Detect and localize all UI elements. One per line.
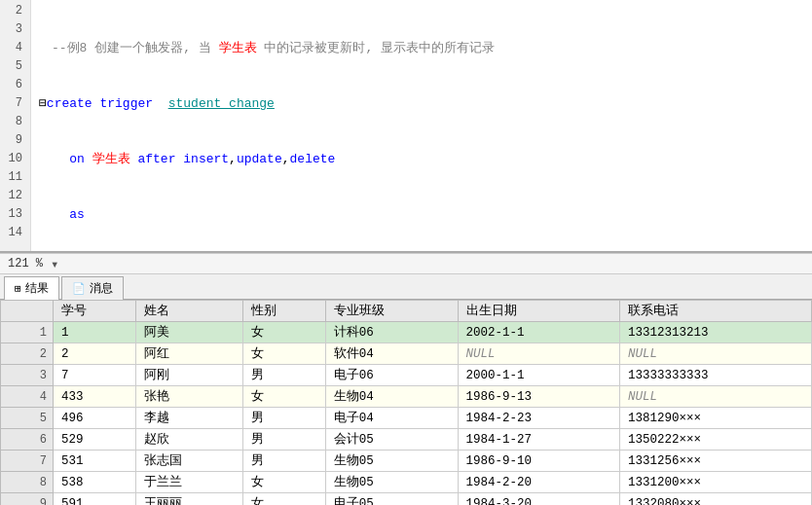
- row-number: 2: [1, 343, 54, 365]
- tab-results[interactable]: ⊞ 结果: [4, 276, 59, 300]
- table-row: 22阿红女软件04NULLNULL: [1, 343, 812, 365]
- table-cell: 591: [53, 493, 135, 506]
- table-cell: 女: [242, 322, 325, 343]
- code-line-5: as: [39, 205, 804, 224]
- col-header-name: 姓名: [135, 301, 242, 322]
- null-value: NULL: [466, 347, 496, 361]
- table-cell: 阿美: [135, 322, 242, 343]
- table-cell: 男: [242, 365, 325, 386]
- zoom-level: 121 %: [8, 257, 43, 271]
- table-cell: 张志国: [135, 451, 242, 472]
- table-cell: 张艳: [135, 386, 242, 408]
- table-cell: 女: [242, 386, 325, 408]
- tab-messages-label: 消息: [90, 280, 113, 297]
- table-cell: NULL: [619, 386, 811, 408]
- table-cell: 电子04: [325, 408, 458, 429]
- table-cell: 1984-3-20: [458, 493, 619, 506]
- table-cell: 电子05: [325, 493, 458, 506]
- table-cell: 男: [242, 451, 325, 472]
- table-cell: 阿红: [135, 343, 242, 365]
- table-cell: 2: [53, 343, 135, 365]
- table-row: 4433张艳女生物041986-9-13NULL: [1, 386, 812, 408]
- table-cell: 女: [242, 472, 325, 493]
- table-cell: 生物05: [325, 472, 458, 493]
- table-cell: 1986-9-10: [458, 451, 619, 472]
- table-cell: 13312313213: [619, 322, 811, 343]
- table-cell: 李越: [135, 408, 242, 429]
- row-number: 6: [1, 429, 54, 451]
- table-cell: 1984-1-27: [458, 429, 619, 451]
- table-cell: 阿刚: [135, 365, 242, 386]
- table-cell: 计科06: [325, 322, 458, 343]
- col-header-class: 专业班级: [325, 301, 458, 322]
- table-cell: 538: [53, 472, 135, 493]
- row-number: 3: [1, 365, 54, 386]
- zoom-down-icon[interactable]: ▾: [51, 256, 58, 272]
- table-cell: 2002-1-1: [458, 322, 619, 343]
- table-cell: 7: [53, 365, 135, 386]
- table-body: 11阿美女计科062002-1-11331231321322阿红女软件04NUL…: [1, 322, 812, 506]
- table-icon: ⊞: [15, 282, 21, 295]
- table-cell: 赵欣: [135, 429, 242, 451]
- table-cell: NULL: [619, 343, 811, 365]
- table-cell: 女: [242, 343, 325, 365]
- table-row: 7531张志国男生物051986-9-101331256×××: [1, 451, 812, 472]
- null-value: NULL: [628, 390, 657, 404]
- table-cell: 电子06: [325, 365, 458, 386]
- table-cell: 会计05: [325, 429, 458, 451]
- row-number: 8: [1, 472, 54, 493]
- table-cell: 生物04: [325, 386, 458, 408]
- code-editor: 2 3 4 5 6 7 8 9 10 11 12 13 14 --例8 创建一个…: [0, 0, 812, 253]
- null-value: NULL: [628, 347, 657, 361]
- results-table: 学号 姓名 性别 专业班级 出生日期 联系电话 11阿美女计科062002-1-…: [0, 300, 812, 505]
- tabs-bar: ⊞ 结果 📄 消息: [0, 274, 812, 300]
- table-cell: 软件04: [325, 343, 458, 365]
- table-cell: 1381290×××: [619, 408, 811, 429]
- table-cell: 王丽丽: [135, 493, 242, 506]
- row-number: 9: [1, 493, 54, 506]
- table-cell: 1986-9-13: [458, 386, 619, 408]
- code-lines: --例8 创建一个触发器, 当 学生表 中的记录被更新时, 显示表中的所有记录 …: [31, 0, 812, 251]
- col-header-id: 学号: [53, 301, 135, 322]
- col-header-rownum: [1, 301, 54, 322]
- table-cell: 1331200×××: [619, 472, 811, 493]
- row-number: 1: [1, 322, 54, 343]
- col-header-gender: 性别: [242, 301, 325, 322]
- table-cell: 496: [53, 408, 135, 429]
- message-icon: 📄: [72, 282, 86, 295]
- table-cell: 1984-2-23: [458, 408, 619, 429]
- table-header-row: 学号 姓名 性别 专业班级 出生日期 联系电话: [1, 301, 812, 322]
- col-header-birth: 出生日期: [458, 301, 619, 322]
- row-number: 5: [1, 408, 54, 429]
- line-numbers: 2 3 4 5 6 7 8 9 10 11 12 13 14: [0, 0, 31, 251]
- table-cell: 1350222×××: [619, 429, 811, 451]
- tab-messages[interactable]: 📄 消息: [61, 276, 124, 300]
- table-cell: 1331256×××: [619, 451, 811, 472]
- table-cell: 531: [53, 451, 135, 472]
- table-cell: 433: [53, 386, 135, 408]
- table-row: 37阿刚男电子062000-1-113333333333: [1, 365, 812, 386]
- table-cell: 女: [242, 493, 325, 506]
- table-row: 11阿美女计科062002-1-113312313213: [1, 322, 812, 343]
- row-number: 7: [1, 451, 54, 472]
- zoom-bar: 121 % ▾: [0, 253, 812, 274]
- table-cell: 1: [53, 322, 135, 343]
- table-row: 8538于兰兰女生物051984-2-201331200×××: [1, 472, 812, 493]
- table-cell: 1332080×××: [619, 493, 811, 506]
- code-line-4: on 学生表 after insert,update,delete: [39, 150, 804, 168]
- table-cell: 13333333333: [619, 365, 811, 386]
- table-cell: 男: [242, 429, 325, 451]
- table-cell: 生物05: [325, 451, 458, 472]
- row-number: 4: [1, 386, 54, 408]
- table-cell: 529: [53, 429, 135, 451]
- results-table-container: 学号 姓名 性别 专业班级 出生日期 联系电话 11阿美女计科062002-1-…: [0, 300, 812, 505]
- table-cell: NULL: [458, 343, 619, 365]
- col-header-phone: 联系电话: [619, 301, 811, 322]
- table-cell: 2000-1-1: [458, 365, 619, 386]
- table-cell: 于兰兰: [135, 472, 242, 493]
- code-line-2: --例8 创建一个触发器, 当 学生表 中的记录被更新时, 显示表中的所有记录: [39, 39, 804, 57]
- tab-results-label: 结果: [25, 280, 49, 297]
- table-row: 9591王丽丽女电子051984-3-201332080×××: [1, 493, 812, 506]
- table-row: 6529赵欣男会计051984-1-271350222×××: [1, 429, 812, 451]
- table-cell: 男: [242, 408, 325, 429]
